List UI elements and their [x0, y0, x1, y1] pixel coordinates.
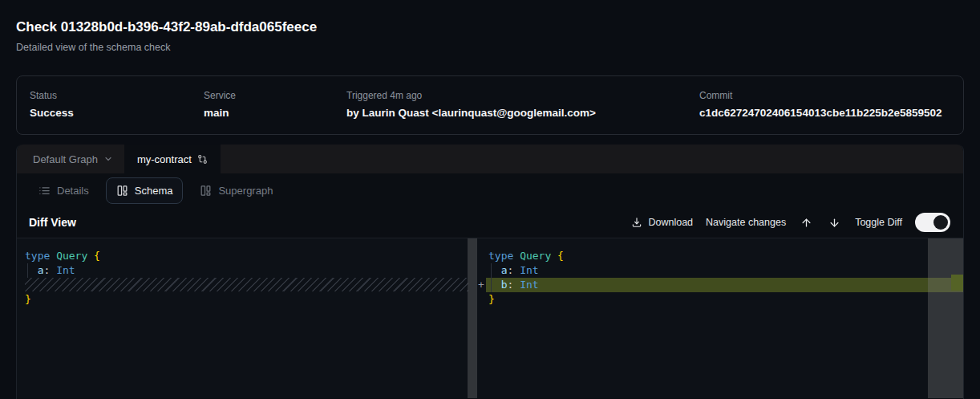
diff-pane-modified[interactable]: + type Query { a: Int b: Int }	[477, 238, 963, 398]
code-token: }	[488, 293, 495, 305]
code-line: type Query {	[488, 249, 963, 263]
summary-service: Service main	[204, 89, 346, 121]
schema-diff-editor: type Query { a: Int } + type Query { a: …	[17, 238, 963, 398]
panels-icon	[116, 185, 128, 197]
panels-icon	[200, 185, 212, 197]
code-line: }	[25, 292, 477, 307]
service-label: Service	[204, 89, 346, 102]
switch-knob	[933, 215, 948, 230]
code-line: a: Int	[25, 263, 477, 278]
tab-default-graph[interactable]: Default Graph	[22, 145, 124, 173]
overview-ruler-insert-marker	[951, 275, 963, 291]
code-token: Query	[520, 250, 557, 262]
scrollbar-modified[interactable]	[928, 238, 963, 398]
code-token: Query	[56, 250, 94, 262]
git-compare-icon	[197, 154, 208, 165]
code-token: a	[488, 264, 507, 276]
code-token: type	[25, 250, 56, 262]
diff-view-title: Diff View	[29, 216, 76, 229]
diff-toolbar: Download Navigate changes Toggle Diff	[631, 213, 950, 232]
graph-tab-strip: Default Graph my-contract	[17, 145, 963, 173]
code-token: Int	[50, 264, 75, 276]
toggle-diff-label: Toggle Diff	[855, 217, 902, 228]
download-label: Download	[648, 217, 693, 228]
list-icon	[38, 185, 51, 197]
code-token: b	[488, 279, 507, 291]
code-token: Int	[513, 264, 538, 276]
download-icon	[631, 217, 642, 228]
code-token: {	[557, 250, 564, 262]
previous-change-button[interactable]	[799, 215, 814, 230]
tab-details-label: Details	[57, 185, 89, 197]
code-line: a: Int	[488, 263, 963, 278]
summary-commit: Commit c1dc62724702406154013cbe11b225b2e…	[699, 89, 950, 121]
tab-schema-label: Schema	[135, 185, 173, 197]
summary-status: Status Success	[30, 89, 204, 121]
summary-triggered: Triggered 4m ago by Laurin Quast <laurin…	[346, 89, 699, 121]
chevron-down-icon	[103, 154, 113, 164]
next-change-button[interactable]	[827, 215, 842, 230]
diff-header: Diff View Download Navigate changes Togg…	[17, 207, 963, 238]
status-label: Status	[30, 89, 204, 102]
tab-supergraph-label: Supergraph	[218, 185, 273, 197]
tab-supergraph[interactable]: Supergraph	[189, 177, 283, 204]
download-button[interactable]: Download	[631, 217, 693, 228]
page-subtitle: Detailed view of the schema check	[16, 42, 964, 54]
page-title: Check 01328b0d-b396-43f2-89ab-dfda065fee…	[16, 19, 964, 35]
code-token: Int	[513, 279, 538, 291]
tab-default-graph-label: Default Graph	[33, 153, 98, 165]
service-value: main	[204, 105, 346, 121]
page-header: Check 01328b0d-b396-43f2-89ab-dfda065fee…	[0, 0, 980, 54]
commit-label: Commit	[699, 89, 950, 102]
status-value: Success	[30, 105, 204, 121]
code-modified: type Query { a: Int b: Int }	[477, 238, 963, 307]
code-line: type Query {	[25, 249, 477, 263]
code-token: a	[25, 264, 43, 276]
triggered-value: by Laurin Quast <laurinquast@googlemail.…	[346, 105, 699, 121]
diff-pane-original[interactable]: type Query { a: Int }	[17, 238, 477, 398]
arrow-down-icon	[828, 217, 840, 229]
code-token: type	[488, 250, 520, 262]
check-summary-card: Status Success Service main Triggered 4m…	[16, 75, 964, 135]
tab-my-contract-label: my-contract	[137, 153, 192, 165]
scrollbar-original[interactable]	[468, 238, 477, 398]
arrow-up-icon	[800, 217, 812, 229]
triggered-label: Triggered 4m ago	[346, 89, 699, 102]
code-line-inserted: b: Int	[488, 278, 963, 292]
navigate-changes-label: Navigate changes	[706, 217, 786, 228]
code-line-spacer	[25, 278, 477, 292]
view-tabs: Details Schema Supergraph	[17, 173, 963, 207]
code-token: {	[94, 250, 100, 262]
toggle-diff-switch[interactable]	[915, 213, 950, 232]
commit-value: c1dc62724702406154013cbe11b225b2e5859502	[699, 105, 950, 121]
code-original: type Query { a: Int }	[17, 238, 477, 307]
tab-schema[interactable]: Schema	[106, 177, 184, 204]
code-line: }	[488, 292, 963, 307]
code-token: }	[25, 293, 31, 305]
tab-details[interactable]: Details	[28, 177, 99, 204]
tab-my-contract[interactable]: my-contract	[124, 145, 221, 173]
check-detail-card: Default Graph my-contract Details Schema	[16, 145, 964, 399]
